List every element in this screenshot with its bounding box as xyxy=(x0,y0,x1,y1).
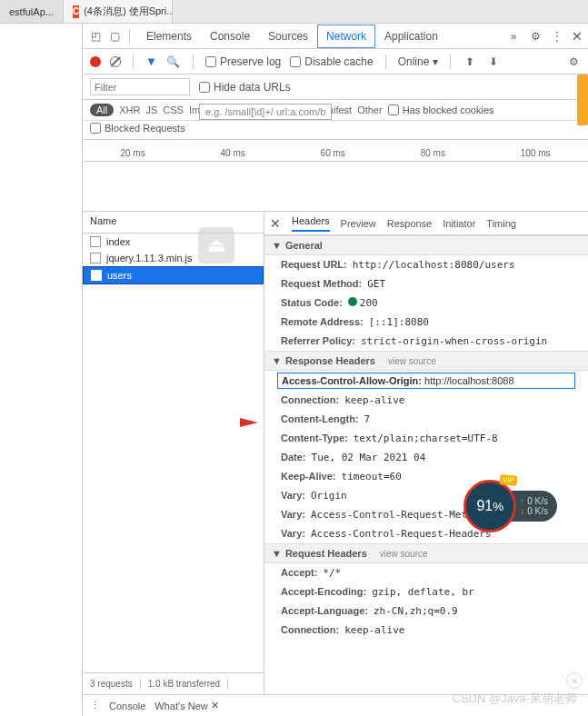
label: Online xyxy=(398,55,430,68)
header-key: Content-Length: xyxy=(281,413,359,425)
request-row-selected[interactable]: users xyxy=(83,266,264,284)
kv-row: Date:Tue, 02 Mar 2021 04 xyxy=(264,448,588,467)
header-key: Connection: xyxy=(281,394,339,406)
browser-tab[interactable]: C (4条消息) 使用Spri... xyxy=(64,0,173,23)
preserve-log-checkbox[interactable]: Preserve log xyxy=(205,55,281,68)
tab-network[interactable]: Network xyxy=(317,25,375,48)
upload-icon[interactable]: ⬆ xyxy=(463,55,477,69)
request-list-pane: Name index jquery.1.11.3.min.js users 3 … xyxy=(83,212,264,694)
detail-body[interactable]: ▼General Request URL:http://localhost:80… xyxy=(264,235,588,694)
tab-headers[interactable]: Headers xyxy=(292,215,330,232)
name-column-header[interactable]: Name xyxy=(83,212,264,234)
section-response-headers[interactable]: ▼Response Headersview source xyxy=(264,351,588,371)
header-value: Access-Control-Request-Method xyxy=(311,509,485,521)
gear-icon[interactable]: ⚙ xyxy=(566,55,581,69)
view-source-link[interactable]: view source xyxy=(388,356,436,366)
header-value: http://localhost:8080/users xyxy=(353,259,515,271)
filter-other[interactable]: Other xyxy=(357,104,383,115)
kebab-icon[interactable]: ⋮ xyxy=(90,700,100,711)
kv-row: Request URL:http://localhost:8080/users xyxy=(264,255,588,274)
detail-pane: ✕ Headers Preview Response Initiator Tim… xyxy=(264,212,588,694)
waterfall-body[interactable] xyxy=(83,162,588,212)
header-value: timeout=60 xyxy=(342,471,402,482)
header-key: Request URL: xyxy=(281,259,347,271)
disable-cache-checkbox[interactable]: Disable cache xyxy=(290,55,373,68)
clear-icon[interactable] xyxy=(110,56,121,67)
tab-title: (4条消息) 使用Spri... xyxy=(84,5,173,18)
header-key: Remote Address: xyxy=(281,316,364,328)
tick: 20 ms xyxy=(120,148,145,158)
drawer-tab-console[interactable]: Console xyxy=(109,701,145,711)
filter-xhr[interactable]: XHR xyxy=(119,104,140,115)
arrow-down-icon: ↓ xyxy=(520,506,524,516)
header-value: Tue, 02 Mar 2021 04 xyxy=(312,452,426,463)
label: Has blocked cookies xyxy=(403,104,494,115)
kv-row: Request Method:GET xyxy=(264,274,588,293)
tab-preview[interactable]: Preview xyxy=(341,218,376,229)
filter-css[interactable]: CSS xyxy=(163,104,184,115)
header-value: http://localhost:8088 xyxy=(424,375,513,386)
request-row[interactable]: jquery.1.11.3.min.js xyxy=(83,250,264,266)
type-filter-row2: Blocked Requests xyxy=(83,121,588,140)
tab-application[interactable]: Application xyxy=(375,25,447,48)
kv-row: Content-Type:text/plain;charset=UTF-8 xyxy=(264,429,588,448)
close-icon[interactable]: ✕ xyxy=(211,700,219,711)
download-icon[interactable]: ⬇ xyxy=(486,55,501,69)
drawer-tab-whatsnew[interactable]: What's New ✕ xyxy=(154,700,218,711)
scrollbar[interactable] xyxy=(577,75,588,125)
tick: 100 ms xyxy=(521,148,551,158)
record-icon[interactable] xyxy=(90,56,101,67)
search-icon[interactable]: 🔍 xyxy=(166,55,181,69)
header-value: Origin xyxy=(311,490,347,502)
split-panes: Name index jquery.1.11.3.min.js users 3 … xyxy=(83,212,588,694)
section-general[interactable]: ▼General xyxy=(264,235,588,255)
csdn-favicon: C xyxy=(73,5,79,18)
view-source-link[interactable]: view source xyxy=(380,549,428,559)
blocked-cookies-checkbox[interactable]: Has blocked cookies xyxy=(388,104,494,115)
hide-data-urls-checkbox[interactable]: Hide data URLs xyxy=(199,81,291,94)
blocked-requests-checkbox[interactable]: Blocked Requests xyxy=(90,123,185,134)
close-detail-icon[interactable]: ✕ xyxy=(270,216,281,231)
filter-js[interactable]: JS xyxy=(145,104,157,115)
section-title: General xyxy=(285,240,323,251)
kv-row: Content-Length:7 xyxy=(264,410,588,429)
gear-icon[interactable]: ⚙ xyxy=(528,29,543,44)
filter-icon[interactable]: ▼ xyxy=(145,55,157,68)
tick: 40 ms xyxy=(221,148,245,158)
kv-row: Remote Address:[::1]:8080 xyxy=(264,313,588,332)
kv-row: Connection:keep-alive xyxy=(264,621,588,640)
request-name: users xyxy=(107,270,132,281)
browser-tab[interactable]: estfulAp... xyxy=(0,0,64,23)
tab-initiator[interactable]: Initiator xyxy=(443,218,475,229)
kebab-icon[interactable]: ⋮ xyxy=(550,29,564,44)
throttling-select[interactable]: Online ▾ xyxy=(398,55,439,68)
speed-widget[interactable]: VIP 91% ↑0 K/s ↓0 K/s xyxy=(463,480,557,532)
tick: 60 ms xyxy=(321,148,345,158)
percent-sign: % xyxy=(493,500,503,513)
label: What's New xyxy=(154,701,207,711)
header-key: Vary: xyxy=(281,490,305,502)
label: Preserve log xyxy=(220,55,281,68)
browser-tabs: estfulAp... C (4条消息) 使用Spri... xyxy=(0,0,588,24)
section-title: Response Headers xyxy=(285,355,375,366)
device-icon[interactable]: ▢ xyxy=(107,29,122,44)
header-value: zh-CN,zh;q=0.9 xyxy=(374,605,458,617)
tab-response[interactable]: Response xyxy=(387,218,433,229)
more-tabs-icon[interactable]: » xyxy=(506,29,521,44)
request-row[interactable]: index xyxy=(83,234,264,250)
file-icon xyxy=(90,236,101,247)
tab-console[interactable]: Console xyxy=(201,25,259,48)
filter-all[interactable]: All xyxy=(90,104,114,116)
inspect-icon[interactable]: ◰ xyxy=(88,29,103,44)
tab-elements[interactable]: Elements xyxy=(137,25,201,48)
header-value: keep-alive xyxy=(344,624,404,636)
tab-sources[interactable]: Sources xyxy=(259,25,317,48)
watermark-close-icon[interactable]: ✕ xyxy=(566,672,583,689)
close-icon[interactable]: ✕ xyxy=(572,29,583,44)
header-key: Accept-Encoding: xyxy=(281,586,366,598)
request-list: index jquery.1.11.3.min.js users xyxy=(83,234,264,672)
filter-input[interactable] xyxy=(90,78,190,95)
section-request-headers[interactable]: ▼Request Headersview source xyxy=(264,543,588,563)
tab-timing[interactable]: Timing xyxy=(486,218,516,229)
separator xyxy=(450,55,451,69)
